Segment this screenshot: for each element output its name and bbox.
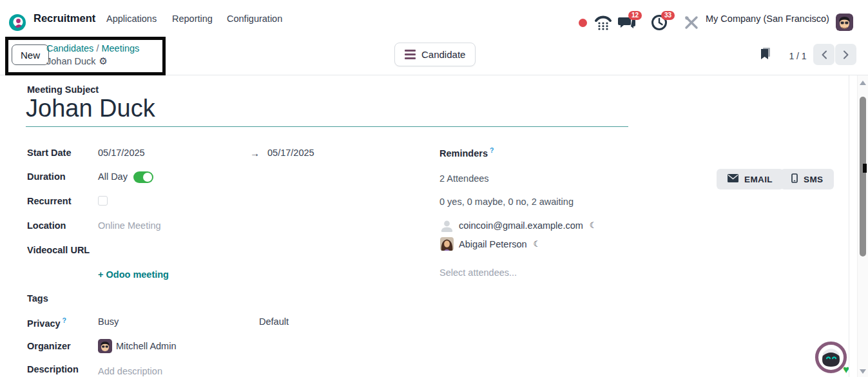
attendee-avatar: [440, 237, 454, 251]
company-switcher[interactable]: My Company (San Francisco): [706, 0, 829, 37]
breadcrumb-current: Johan Duck ⚙: [46, 55, 108, 67]
sms-button-label: SMS: [804, 175, 823, 184]
pager-previous-button[interactable]: [813, 44, 834, 65]
reminders-label: Reminders?: [439, 146, 494, 159]
reminders-help-icon[interactable]: ?: [490, 146, 494, 154]
attendee-placeholder-avatar: [440, 218, 454, 232]
breadcrumb-separator: /: [96, 43, 99, 53]
messages-badge: 12: [628, 11, 642, 20]
record-indicator-dot: [579, 19, 587, 27]
meeting-subject-label: Meeting Subject: [27, 84, 99, 95]
control-panel-divider: [0, 75, 868, 75]
privacy-help-icon[interactable]: ?: [63, 316, 66, 324]
sms-button[interactable]: SMS: [780, 169, 834, 189]
user-avatar[interactable]: [836, 14, 853, 31]
tags-label: Tags: [27, 293, 48, 304]
duration-label: Duration: [27, 171, 66, 182]
start-date-label: Start Date: [27, 148, 72, 158]
bookmark-icon[interactable]: [759, 47, 772, 60]
menu-configuration[interactable]: Configuration: [227, 0, 282, 37]
moon-icon: ☾: [590, 220, 597, 230]
content-right-border: [849, 75, 849, 377]
attendees-count: 2 Attendees: [439, 173, 489, 184]
all-day-toggle[interactable]: [133, 171, 153, 183]
organizer-avatar: [98, 339, 112, 353]
meeting-subject-input[interactable]: Johan Duck: [26, 95, 628, 127]
organizer-label: Organizer: [27, 341, 71, 351]
menu-applications[interactable]: Applications: [106, 0, 157, 37]
description-label: Description: [27, 364, 79, 374]
candidate-button-label: Candidate: [421, 49, 465, 60]
organizer-value[interactable]: Mitchell Admin: [116, 341, 176, 351]
scroll-down-arrow[interactable]: [860, 369, 866, 374]
email-button[interactable]: EMAIL: [717, 169, 784, 189]
recurrent-label: Recurrent: [27, 196, 72, 206]
scroll-up-arrow[interactable]: [860, 81, 866, 85]
scrollbar-thumb[interactable]: [860, 97, 866, 256]
breadcrumb: Candidates / Meetings: [46, 43, 139, 53]
email-button-label: EMAIL: [744, 175, 773, 184]
tools-icon[interactable]: [684, 14, 699, 31]
end-date-input[interactable]: 05/17/2025: [267, 148, 314, 158]
vertical-scrollbar[interactable]: [857, 75, 868, 377]
recruitment-app-icon[interactable]: [9, 14, 26, 31]
envelope-icon: [728, 174, 738, 184]
breadcrumb-candidates[interactable]: Candidates: [46, 43, 93, 53]
attendee-row[interactable]: Abigail Peterson ☾: [440, 237, 541, 251]
mobile-phone-icon: [791, 173, 798, 185]
all-day-label: All Day: [98, 171, 128, 182]
show-as-select[interactable]: Busy: [98, 316, 119, 327]
pager-next-button[interactable]: [835, 44, 856, 65]
breadcrumb-current-label: Johan Duck: [46, 56, 96, 66]
description-input[interactable]: Add description: [98, 366, 162, 376]
odoo-meeting-link[interactable]: + Odoo meeting: [98, 269, 169, 280]
pager-counter: 1 / 1: [784, 37, 812, 75]
select-attendees-input[interactable]: Select attendees...: [439, 267, 517, 278]
date-range-arrow-icon: →: [250, 148, 260, 159]
menu-reporting[interactable]: Reporting: [172, 0, 213, 37]
attendees-status: 0 yes, 0 maybe, 0 no, 2 awaiting: [439, 197, 574, 207]
attendee-name: Abigail Peterson: [459, 239, 527, 249]
activities-badge: 33: [661, 11, 675, 20]
start-date-input[interactable]: 05/17/2025: [98, 148, 145, 158]
screen-edge-artifact: [863, 164, 867, 173]
privacy-select[interactable]: Default: [259, 316, 289, 327]
attendee-name: coincoin@gmail.example.com: [459, 220, 583, 231]
candidate-smart-button[interactable]: Candidate: [394, 43, 476, 66]
attendee-row[interactable]: coincoin@gmail.example.com ☾: [440, 218, 597, 232]
voip-phone-icon[interactable]: [594, 14, 612, 31]
top-navbar: Recruitment Applications Reporting Confi…: [0, 0, 868, 37]
moon-icon: ☾: [534, 239, 541, 249]
breadcrumb-meetings[interactable]: Meetings: [101, 43, 139, 53]
videocall-url-label: Videocall URL: [27, 245, 90, 255]
privacy-label: Privacy?: [27, 316, 66, 329]
candidate-lines-icon: [405, 50, 416, 59]
livechat-odoobot-button[interactable]: ♥: [814, 340, 848, 374]
location-label: Location: [27, 220, 66, 231]
location-input[interactable]: Online Meeting: [98, 220, 161, 231]
new-button[interactable]: New: [12, 44, 49, 65]
actions-gear-icon[interactable]: ⚙: [99, 55, 108, 67]
app-name[interactable]: Recruitment: [34, 0, 95, 37]
recurrent-checkbox[interactable]: [98, 196, 108, 206]
